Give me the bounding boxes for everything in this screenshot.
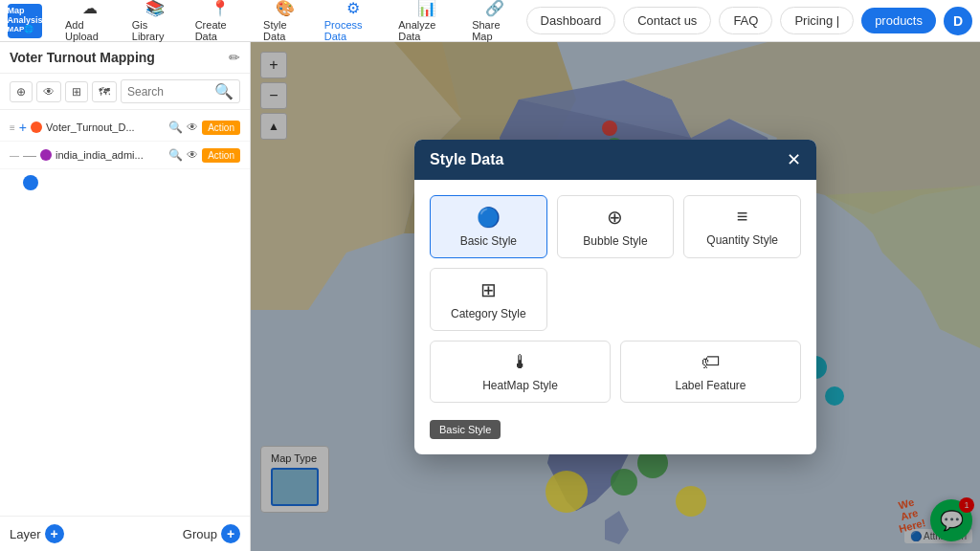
quantity-style-icon: ≡ — [737, 206, 748, 228]
category-style-btn[interactable]: ⊞ Category Style — [430, 268, 547, 331]
label-feature-icon: 🏷 — [702, 351, 721, 373]
sidebar: Voter Turnout Mapping ✏ ⊕ 👁 ⊞ 🗺 🔍 ≡ + Vo… — [0, 42, 251, 551]
layer-minus-icon[interactable]: — — [23, 147, 36, 163]
modal-overlay: Style Data ✕ 🔵 Basic Style ⊕ Bubble Styl… — [251, 42, 980, 551]
basic-style-label: Basic Style — [460, 234, 517, 248]
create-icon: 📍 — [211, 0, 230, 17]
avatar[interactable]: D — [944, 7, 972, 35]
layer-item: — — india_india_admi... 🔍 👁 Action — [0, 142, 250, 169]
brand-logo: MapAnalysisMAP🌐 — [8, 4, 42, 38]
category-style-label: Category Style — [451, 307, 526, 320]
modal-title: Style Data — [430, 151, 503, 168]
nav-create-data[interactable]: 📍 Create Data — [188, 0, 254, 46]
layer-name: Voter_Turnout_D... — [46, 121, 165, 133]
search-icon: 🔍 — [214, 82, 234, 100]
bubble-style-btn[interactable]: ⊕ Bubble Style — [557, 195, 675, 258]
layer-dot-2 — [40, 149, 52, 161]
nav-create-data-label: Create Data — [195, 19, 246, 42]
share-icon: 🔗 — [485, 0, 504, 17]
color-circle — [23, 175, 38, 190]
process-icon: ⚙ — [346, 0, 360, 17]
style-icon: 🎨 — [276, 0, 295, 17]
modal-header: Style Data ✕ — [414, 140, 816, 180]
layer-add-icon[interactable]: + — [19, 120, 27, 135]
layer-label: Layer — [10, 527, 41, 541]
style-data-modal: Style Data ✕ 🔵 Basic Style ⊕ Bubble Styl… — [414, 140, 816, 454]
nav-add-upload-label: Add Upload — [65, 19, 115, 42]
modal-close-btn[interactable]: ✕ — [787, 151, 801, 168]
layer-action-tag[interactable]: Action — [202, 121, 240, 135]
library-icon: 📚 — [145, 0, 165, 17]
nav-right: Dashboard Contact us FAQ Pricing | produ… — [526, 7, 972, 35]
nav-gis-library[interactable]: 📚 Gis Library — [124, 0, 186, 46]
basic-style-btn[interactable]: 🔵 Basic Style — [430, 195, 547, 258]
layer-eye-btn-2[interactable]: 👁 — [187, 148, 198, 162]
layer-search-btn-2[interactable]: 🔍 — [168, 148, 183, 162]
bubble-style-icon: ⊕ — [607, 206, 623, 229]
layer-actions-2: 🔍 👁 Action — [168, 148, 240, 163]
layer-list: ≡ + Voter_Turnout_D... 🔍 👁 Action — — in… — [0, 110, 250, 516]
sidebar-title: Voter Turnout Mapping — [10, 50, 155, 65]
layer-name-2: india_india_admi... — [56, 149, 165, 161]
group-add-btn[interactable]: Group + — [183, 524, 240, 543]
basic-style-icon: 🔵 — [477, 206, 501, 229]
label-feature-btn[interactable]: 🏷 Label Feature — [620, 341, 801, 403]
bubble-style-label: Bubble Style — [583, 234, 647, 248]
tool-eye-btn[interactable]: 👁 — [36, 81, 61, 102]
style-options-grid: 🔵 Basic Style ⊕ Bubble Style ≡ Quantity … — [430, 195, 801, 331]
heatmap-style-icon: 🌡 — [511, 351, 530, 373]
style-options-grid-2: 🌡 HeatMap Style 🏷 Label Feature — [430, 341, 801, 403]
layer-actions: 🔍 👁 Action — [168, 121, 240, 135]
nav-style-data-label: Style Data — [263, 19, 307, 42]
nav-style-data[interactable]: 🎨 Style Data — [256, 0, 315, 46]
category-style-icon: ⊞ — [480, 278, 497, 301]
nav-process-data[interactable]: ⚙ Process Data — [317, 0, 389, 46]
layer-drag-icon: ≡ — [10, 122, 15, 133]
tool-layers-btn[interactable]: ⊞ — [65, 81, 88, 102]
search-bar[interactable]: 🔍 — [121, 79, 240, 103]
nav-share-map[interactable]: 🔗 Share Map — [464, 0, 525, 46]
top-nav: MapAnalysisMAP🌐 ☁ Add Upload 📚 Gis Libra… — [0, 0, 980, 42]
map-area[interactable]: + − ▲ Map Type 🔵 Attribution WeAreHere! … — [251, 42, 980, 551]
sidebar-edit-btn[interactable]: ✏ — [229, 50, 240, 65]
layer-eye-btn[interactable]: 👁 — [187, 121, 198, 134]
label-feature-label: Label Feature — [675, 379, 746, 392]
dashboard-btn[interactable]: Dashboard — [526, 7, 616, 34]
upload-icon: ☁ — [82, 0, 98, 17]
modal-body: 🔵 Basic Style ⊕ Bubble Style ≡ Quantity … — [414, 180, 816, 454]
quantity-style-label: Quantity Style — [706, 233, 778, 247]
layer-color-swatch — [0, 169, 250, 196]
heatmap-style-label: HeatMap Style — [482, 379, 558, 392]
heatmap-style-btn[interactable]: 🌡 HeatMap Style — [430, 341, 611, 403]
nav-items: ☁ Add Upload 📚 Gis Library 📍 Create Data… — [57, 0, 526, 46]
layer-dash-icon: — — [10, 150, 19, 161]
layer-action-tag-2[interactable]: Action — [202, 148, 240, 163]
brand-text: MapAnalysisMAP🌐 — [7, 7, 42, 35]
layer-dot — [31, 121, 42, 133]
layer-search-btn[interactable]: 🔍 — [168, 121, 183, 134]
nav-process-data-label: Process Data — [324, 19, 381, 42]
sidebar-tools: ⊕ 👁 ⊞ 🗺 🔍 — [0, 74, 250, 110]
group-label: Group — [183, 527, 217, 541]
quantity-style-btn[interactable]: ≡ Quantity Style — [683, 195, 801, 258]
layer-add-circle: + — [45, 524, 64, 543]
group-add-circle: + — [221, 524, 240, 543]
analyze-icon: 📊 — [417, 0, 436, 17]
contact-btn[interactable]: Contact us — [623, 7, 711, 34]
tool-map-btn[interactable]: 🗺 — [92, 81, 117, 102]
active-style-label: Basic Style — [430, 420, 501, 439]
search-input[interactable] — [127, 85, 214, 99]
tool-cursor-btn[interactable]: ⊕ — [10, 81, 33, 102]
nav-analyze-data[interactable]: 📊 Analyze Data — [390, 0, 462, 46]
products-btn[interactable]: products — [861, 8, 936, 33]
nav-add-upload[interactable]: ☁ Add Upload — [57, 0, 122, 46]
layer-add-btn[interactable]: Layer + — [10, 524, 64, 543]
nav-share-map-label: Share Map — [472, 19, 518, 42]
nav-analyze-data-label: Analyze Data — [398, 19, 455, 42]
pricing-btn[interactable]: Pricing | — [780, 7, 854, 34]
faq-btn[interactable]: FAQ — [719, 7, 772, 34]
nav-gis-library-label: Gis Library — [132, 19, 178, 42]
sidebar-footer: Layer + Group + — [0, 516, 250, 551]
sidebar-header: Voter Turnout Mapping ✏ — [0, 42, 250, 74]
layer-item: ≡ + Voter_Turnout_D... 🔍 👁 Action — [0, 114, 250, 142]
